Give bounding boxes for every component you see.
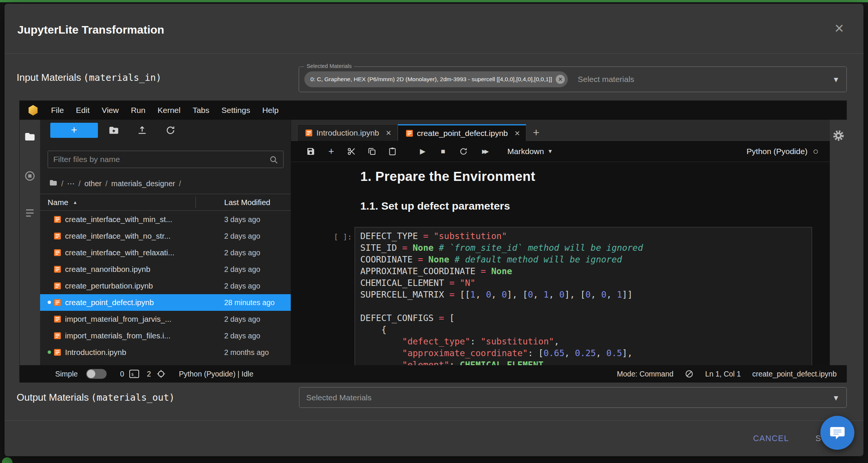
cell-type-dropdown[interactable]: Markdown ▾ xyxy=(507,147,552,156)
code-token: ], xyxy=(622,348,632,358)
code-token: , xyxy=(544,360,549,365)
chevron-down-icon[interactable]: ▾ xyxy=(834,74,838,85)
file-row[interactable]: create_perturbation.ipynb2 days ago xyxy=(40,278,291,294)
file-modified: 2 days ago xyxy=(224,315,260,324)
notebook-trust-icon[interactable] xyxy=(685,369,694,378)
kernel-sessions-icon[interactable] xyxy=(156,369,166,379)
code-token: COORDINATE xyxy=(360,255,418,264)
cut-cell-icon[interactable] xyxy=(347,147,356,156)
file-row[interactable]: create_nanoribbon.ipynb2 days ago xyxy=(40,261,291,278)
code-token: SITE_ID xyxy=(360,243,402,253)
tab-close-icon[interactable]: × xyxy=(515,129,520,138)
menu-item-settings[interactable]: Settings xyxy=(215,101,256,120)
sort-ascending-icon: ▲ xyxy=(73,200,78,205)
open-indicator-dot xyxy=(47,261,52,278)
file-row[interactable]: Introduction.ipynb2 months ago xyxy=(40,344,291,361)
cursor-position-label[interactable]: Ln 1, Col 1 xyxy=(705,370,741,378)
notebook-file-icon xyxy=(54,349,61,356)
restart-kernel-icon[interactable] xyxy=(459,147,468,156)
breadcrumb-item[interactable]: ⋯ xyxy=(67,179,75,188)
file-filter-input[interactable] xyxy=(48,151,283,168)
input-materials-select[interactable]: Selected Materials 0: C, Graphene, HEX (… xyxy=(299,66,847,92)
output-materials-label-text: Output Materials xyxy=(17,392,89,403)
kernels-count: 2 xyxy=(147,370,151,378)
new-folder-icon[interactable] xyxy=(108,125,119,136)
paste-cell-icon[interactable] xyxy=(388,147,397,156)
running-sessions-icon[interactable] xyxy=(23,170,36,182)
menu-item-view[interactable]: View xyxy=(96,101,125,120)
notebook-content: 1. Prepare the Environment 1.1. Set up d… xyxy=(291,162,830,365)
notebook-file-icon xyxy=(54,265,61,273)
column-header-modified[interactable]: Last Modified xyxy=(224,194,270,210)
cancel-button[interactable]: CANCEL xyxy=(753,434,789,443)
chevron-down-icon[interactable]: ▾ xyxy=(834,392,838,403)
code-cell[interactable]: DEFECT_TYPE = "substitution"SITE_ID = No… xyxy=(355,227,812,365)
terminal-icon[interactable]: $_ xyxy=(129,370,139,378)
kernel-indicator[interactable]: Python (Pyodide) ○ xyxy=(747,147,818,156)
code-lines: DEFECT_TYPE = "substitution"SITE_ID = No… xyxy=(360,230,806,365)
code-token: "substitution" xyxy=(434,231,507,241)
save-icon[interactable] xyxy=(306,147,315,156)
open-indicator-dot xyxy=(47,344,52,361)
new-launcher-button[interactable]: + xyxy=(50,123,98,138)
chip-remove-icon[interactable]: × xyxy=(556,75,565,84)
file-row[interactable]: create_interface_with_relaxati...2 days … xyxy=(40,244,291,261)
code-token: 0.25 xyxy=(575,348,596,358)
settings-gear-icon[interactable] xyxy=(832,130,845,142)
code-token: 1 xyxy=(470,290,476,299)
code-token: , xyxy=(554,336,559,346)
menu-item-help[interactable]: Help xyxy=(256,101,285,120)
file-row[interactable]: create_interface_with_no_str...2 days ag… xyxy=(40,228,291,244)
code-token: = xyxy=(439,313,450,323)
file-row[interactable]: import_material_from_jarvis_...2 days ag… xyxy=(40,311,291,327)
add-cell-icon[interactable]: + xyxy=(327,147,336,156)
run-cell-icon[interactable]: ▶ xyxy=(418,147,427,156)
output-materials-select[interactable]: Selected Materials ▾ xyxy=(299,387,847,408)
file-browser-icon[interactable] xyxy=(23,130,36,143)
stop-kernel-icon[interactable]: ■ xyxy=(439,147,448,156)
column-divider xyxy=(195,197,196,208)
file-browser-toolbar: + xyxy=(40,120,291,141)
file-row[interactable]: create_interface_with_min_st...3 days ag… xyxy=(40,211,291,228)
menu-item-kernel[interactable]: Kernel xyxy=(152,101,187,120)
upload-icon[interactable] xyxy=(136,125,148,136)
file-row[interactable]: create_point_defect.ipynb28 minutes ago xyxy=(40,294,291,311)
file-row[interactable]: import_materials_from_files.i...2 days a… xyxy=(40,327,291,344)
notebook-tab[interactable]: Introduction.ipynb× xyxy=(297,124,398,141)
kernel-status-text[interactable]: Python (Pyodide) | Idle xyxy=(179,370,253,378)
notebook-tab[interactable]: create_point_defect.ipynb× xyxy=(398,124,527,141)
restart-run-all-icon[interactable]: ▶▶ xyxy=(479,147,491,156)
file-filter-box xyxy=(48,151,284,168)
tab-label: Introduction.ipynb xyxy=(316,128,379,137)
table-of-contents-icon[interactable] xyxy=(23,207,36,219)
material-chip[interactable]: 0: C, Graphene, HEX (P6/mmm) 2D (Monolay… xyxy=(304,71,568,87)
home-folder-icon[interactable] xyxy=(49,179,57,189)
tab-bar: Introduction.ipynb×create_point_defect.i… xyxy=(291,120,830,141)
code-token: None xyxy=(428,255,449,264)
breadcrumb-item[interactable]: other xyxy=(84,179,102,188)
menu-item-run[interactable]: Run xyxy=(125,101,152,120)
code-token: , xyxy=(596,348,606,358)
notebook-file-icon xyxy=(406,130,413,137)
tab-close-icon[interactable]: × xyxy=(386,128,391,137)
copy-cell-icon[interactable] xyxy=(367,147,377,156)
breadcrumb-item[interactable]: materials_designer xyxy=(111,179,175,188)
close-icon[interactable]: × xyxy=(834,20,844,36)
select-materials-placeholder: Select materials xyxy=(578,75,634,84)
file-modified: 3 days ago xyxy=(224,215,260,224)
column-header-name[interactable]: Name ▲ xyxy=(48,194,78,210)
menu-item-file[interactable]: File xyxy=(45,101,70,120)
menu-item-tabs[interactable]: Tabs xyxy=(186,101,215,120)
simple-mode-toggle[interactable] xyxy=(86,369,107,379)
menu-item-edit[interactable]: Edit xyxy=(70,101,96,120)
add-tab-icon[interactable]: + xyxy=(526,124,546,141)
open-indicator-dot xyxy=(47,211,52,228)
chat-bubble-button[interactable] xyxy=(820,416,854,450)
simple-mode-label: Simple xyxy=(55,370,78,378)
code-token: None xyxy=(412,243,433,253)
kernel-name: Python (Pyodide) xyxy=(747,147,808,156)
code-token: [ xyxy=(449,313,454,323)
command-mode-label[interactable]: Mode: Command xyxy=(617,370,674,378)
refresh-icon[interactable] xyxy=(165,125,176,136)
file-modified: 2 months ago xyxy=(224,348,269,357)
